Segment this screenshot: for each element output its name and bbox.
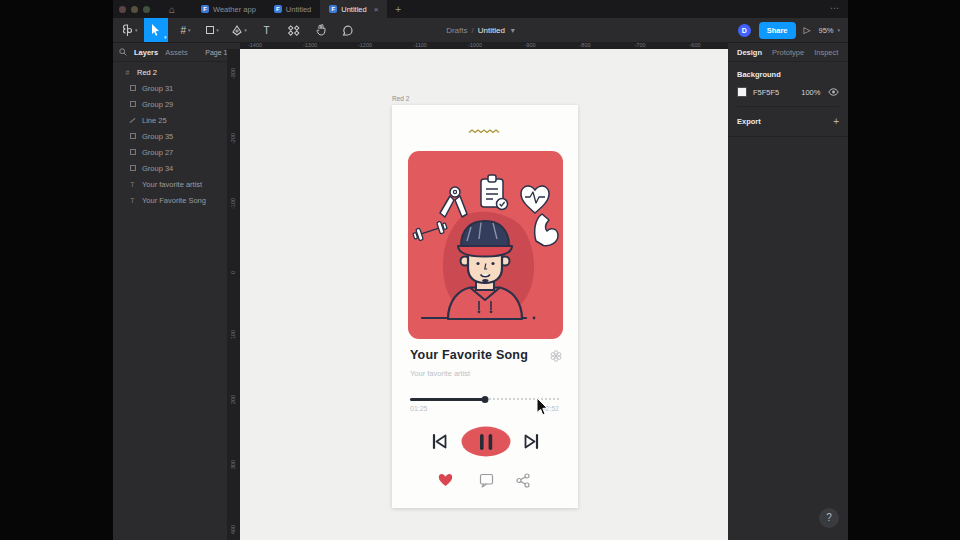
social-actions: [392, 470, 578, 492]
figma-logo-icon: [123, 24, 132, 37]
layer-list: #Red 2Group 31Group 29Line 25Group 35Gro…: [113, 64, 240, 208]
ruler-tick-label: -1200: [358, 42, 372, 48]
layer-name: Group 35: [142, 132, 173, 141]
artist-name: Your favorite artist: [410, 369, 470, 378]
close-tab-icon[interactable]: ×: [374, 5, 379, 14]
hand-icon: [316, 24, 326, 36]
tab-assets[interactable]: Assets: [165, 48, 188, 57]
layer-row[interactable]: TYour favorite artist: [113, 176, 240, 192]
chevron-down-icon: ▾: [135, 27, 138, 33]
layer-row[interactable]: TYour Favorite Song: [113, 192, 240, 208]
add-export-icon[interactable]: +: [833, 116, 839, 127]
frame-red-2[interactable]: Your Favorite Song Your favorite artist: [392, 105, 578, 508]
like-heart-icon[interactable]: [438, 473, 453, 487]
present-icon[interactable]: ▷: [804, 25, 811, 35]
layer-row[interactable]: Group 29: [113, 96, 240, 112]
file-tab[interactable]: FUntitled×: [320, 0, 387, 18]
frame-name-label[interactable]: Red 2: [392, 95, 409, 102]
ruler-tick-label: 0: [230, 271, 236, 274]
ruler-tick-label: -300: [230, 68, 236, 79]
pen-icon: [232, 25, 242, 36]
ruler-tick-label: 300: [230, 460, 236, 469]
close-window-icon[interactable]: [119, 6, 126, 13]
frame-tool-button[interactable]: # ▾: [177, 18, 195, 42]
rectangle-icon: [206, 26, 214, 34]
export-section[interactable]: Export +: [728, 107, 848, 137]
pen-tool-button[interactable]: ▾: [231, 18, 249, 42]
canvas[interactable]: -1400-1300-1200-1100-1000-900-800-700-60…: [240, 42, 728, 540]
ruler-tick-label: -1100: [413, 42, 427, 48]
background-opacity-value[interactable]: 100%: [801, 88, 820, 97]
ruler-tick-label: 400: [230, 525, 236, 534]
file-tab-label: Untitled: [341, 5, 366, 14]
ruler-tick-label: -800: [579, 42, 590, 48]
ruler-tick-label: -700: [634, 42, 645, 48]
components-icon: [289, 26, 299, 35]
chevron-down-icon: ▾: [164, 34, 167, 40]
color-swatch[interactable]: [737, 87, 747, 97]
zoom-window-icon[interactable]: [143, 6, 150, 13]
tab-prototype[interactable]: Prototype: [772, 48, 804, 57]
tab-inspect[interactable]: Inspect: [814, 48, 838, 57]
more-options-icon[interactable]: ⋯: [830, 3, 840, 13]
text-tool-button[interactable]: T: [258, 18, 276, 42]
search-icon[interactable]: [119, 48, 127, 56]
layer-row[interactable]: Group 35: [113, 128, 240, 144]
text-layer-icon: T: [128, 181, 137, 188]
tab-layers[interactable]: Layers: [134, 48, 158, 57]
zoom-level-dropdown[interactable]: 95% ▾: [818, 26, 840, 35]
layer-name: Group 27: [142, 148, 173, 157]
layer-row[interactable]: Group 27: [113, 144, 240, 160]
chevron-down-icon: ▾: [216, 27, 219, 33]
window-tab-bar: ⌂ FWeather appFUntitledFUntitled× + ⋯: [113, 0, 848, 18]
background-section-title: Background: [737, 70, 839, 79]
ruler-tick-label: -600: [689, 42, 700, 48]
share-icon[interactable]: [516, 473, 530, 488]
comment-tool-button[interactable]: [339, 18, 357, 42]
new-tab-button[interactable]: +: [395, 4, 401, 15]
main-menu-button[interactable]: ▾: [123, 18, 138, 42]
vertical-ruler: -300-200-1000100200300400: [227, 49, 240, 540]
help-button[interactable]: ?: [819, 508, 839, 528]
group-layer-icon: [128, 165, 137, 171]
avatar[interactable]: D: [738, 24, 751, 37]
traffic-lights: [119, 6, 150, 13]
file-tab-label: Weather app: [213, 5, 256, 14]
tab-design[interactable]: Design: [737, 48, 762, 57]
comment-bubble-icon[interactable]: [479, 473, 494, 488]
file-tab[interactable]: FWeather app: [192, 0, 265, 18]
layer-name: Your favorite artist: [142, 180, 202, 189]
shape-tool-button[interactable]: ▾: [204, 18, 222, 42]
progress-handle[interactable]: [481, 396, 488, 403]
song-title: Your Favorite Song: [410, 348, 528, 362]
group-layer-icon: [128, 133, 137, 139]
minimize-window-icon[interactable]: [131, 6, 138, 13]
layer-row[interactable]: Group 31: [113, 80, 240, 96]
page-selector-label: Page 1: [205, 49, 227, 56]
next-track-button[interactable]: [523, 433, 540, 450]
layer-row[interactable]: Line 25: [113, 112, 240, 128]
disc-icon[interactable]: [550, 350, 562, 362]
background-hex-value[interactable]: F5F5F5: [753, 88, 779, 97]
move-tool-button[interactable]: ▾: [144, 18, 168, 42]
zoom-level-value: 95%: [818, 26, 833, 35]
move-cursor-icon: [151, 24, 160, 36]
visibility-eye-icon[interactable]: [828, 88, 839, 96]
pause-button[interactable]: [460, 425, 512, 459]
layers-panel-header: Layers Assets Page 1 ▾: [113, 43, 240, 62]
squiggle-decoration: [468, 128, 502, 135]
layer-row[interactable]: #Red 2: [113, 64, 240, 80]
share-button[interactable]: Share: [759, 22, 796, 39]
hand-tool-button[interactable]: [312, 18, 330, 42]
file-tab[interactable]: FUntitled: [265, 0, 320, 18]
resources-tool-button[interactable]: [285, 18, 303, 42]
previous-track-button[interactable]: [431, 433, 448, 450]
chevron-down-icon: ▾: [244, 27, 247, 33]
chevron-down-icon: ▾: [188, 27, 191, 33]
home-icon[interactable]: ⌂: [164, 4, 180, 15]
design-panel: DesignPrototypeInspect Background F5F5F5…: [728, 42, 848, 540]
group-layer-icon: [128, 149, 137, 155]
ruler-tick-label: -900: [524, 42, 535, 48]
ruler-tick-label: -200: [230, 133, 236, 144]
layer-row[interactable]: Group 34: [113, 160, 240, 176]
